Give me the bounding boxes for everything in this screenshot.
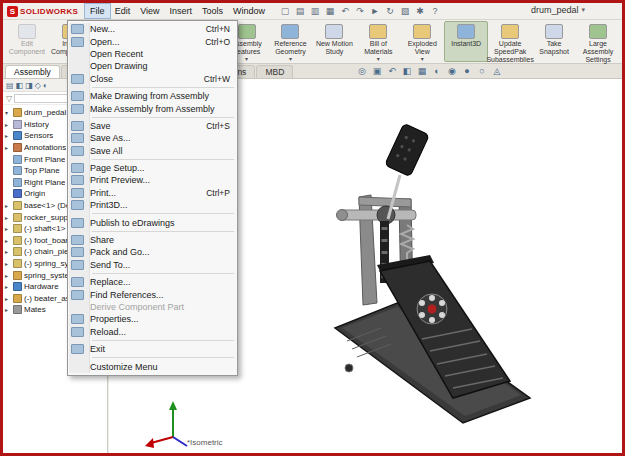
file-menu-item-publish-to-edrawings[interactable]: Publish to eDrawings (69, 216, 236, 228)
file-menu-item-reload[interactable]: Reload... (69, 326, 236, 338)
expand-arrow-icon[interactable]: ▸ (5, 202, 13, 209)
chevron-down-icon: ▾ (421, 56, 424, 62)
display-style-icon[interactable]: ◐ (430, 65, 444, 78)
expand-arrow-icon[interactable]: ▸ (5, 248, 13, 255)
expand-arrow-icon[interactable]: ▸ (5, 225, 13, 232)
expand-arrow-icon[interactable]: ▾ (5, 109, 13, 116)
expand-arrow-icon[interactable]: ▸ (5, 306, 13, 313)
undo-icon[interactable]: ↶ (338, 5, 352, 18)
ribbon-button-bill-of-materials[interactable]: Bill of Materials ▾ (356, 21, 400, 62)
help-icon[interactable]: ? (428, 5, 442, 18)
file-menu-item-find-references[interactable]: Find References... (69, 288, 236, 300)
menu-item-icon (71, 362, 84, 372)
file-properties-icon[interactable]: ▧ (398, 5, 412, 18)
ribbon-button-instant3d[interactable]: Instant3D (444, 21, 488, 62)
pack-and-go-icon (71, 247, 84, 257)
file-menu-item-print-preview[interactable]: Print Preview... (69, 174, 236, 186)
exit-icon (71, 344, 84, 354)
solidworks-window: S SOLIDWORKS FileEditViewInsertToolsWind… (0, 0, 625, 456)
command-icon (457, 24, 475, 39)
expand-arrow-icon[interactable]: ▸ (5, 144, 13, 151)
file-menu-item-share[interactable]: Share (69, 234, 236, 246)
chevron-down-icon[interactable]: ▾ (582, 6, 586, 14)
file-menu-item-pack-and-go[interactable]: Pack and Go... (69, 246, 236, 258)
expand-arrow-icon[interactable]: ▸ (5, 237, 13, 244)
ribbon-button-new-motion-study[interactable]: New Motion Study (312, 21, 356, 62)
section-view-icon[interactable]: ◧ (400, 65, 414, 78)
menubar-item-tools[interactable]: Tools (197, 4, 228, 18)
file-menu-item-open-recent[interactable]: Open Recent (69, 48, 236, 60)
file-menu-item-save-as[interactable]: Save As... (69, 132, 236, 144)
redo-icon[interactable]: ↷ (353, 5, 367, 18)
file-menu-item-derive-component-part[interactable]: Derive Component Part (69, 301, 236, 313)
file-menu-item-replace[interactable]: Replace... (69, 276, 236, 288)
file-menu-item-exit[interactable]: Exit (69, 343, 236, 355)
expand-arrow-icon[interactable]: ▸ (5, 132, 13, 139)
menu-separator (92, 117, 234, 118)
document-title-text: drum_pedal (531, 5, 579, 15)
menubar-item-view[interactable]: View (135, 4, 164, 18)
edit-appearance-icon[interactable]: ● (460, 65, 474, 78)
display-manager-icon[interactable]: ◐ (43, 80, 48, 91)
expand-arrow-icon[interactable]: ▸ (5, 260, 13, 267)
expand-arrow-icon[interactable]: ▸ (5, 283, 13, 290)
file-menu-item-print[interactable]: Print... Ctrl+P (69, 187, 236, 199)
file-menu-item-make-assembly-from-assembly[interactable]: Make Assembly from Assembly (69, 102, 236, 114)
file-menu-item-make-drawing-from-assembly[interactable]: Make Drawing from Assembly (69, 90, 236, 102)
hide-show-items-icon[interactable]: ◉ (445, 65, 459, 78)
view-orientation-icon[interactable]: ▦ (415, 65, 429, 78)
ribbon-button-exploded-view[interactable]: Exploded View ▾ (400, 21, 444, 62)
ribbon-button-take-snapshot[interactable]: Take Snapshot (532, 21, 576, 62)
ribbon-button-large-assembly-settings[interactable]: Large Assembly Settings ▾ (576, 21, 620, 62)
options-gear-icon[interactable]: ✱ (413, 5, 427, 18)
file-menu-item-close[interactable]: Close Ctrl+W (69, 73, 236, 85)
send-to-icon (71, 260, 84, 270)
file-menu-item-properties[interactable]: Properties... (69, 313, 236, 325)
print-icon[interactable]: ▦ (323, 5, 337, 18)
menubar-item-window[interactable]: Window (228, 4, 270, 18)
ribbon-button-reference-geometry[interactable]: Reference Geometry ▾ (269, 21, 313, 62)
zoom-area-icon[interactable]: ▣ (370, 65, 384, 78)
file-menu-item-save[interactable]: Save Ctrl+S (69, 120, 236, 132)
zoom-fit-icon[interactable]: ◎ (355, 65, 369, 78)
menubar-item-file[interactable]: File (85, 4, 110, 18)
file-menu-item-page-setup[interactable]: Page Setup... (69, 162, 236, 174)
ribbon-button-edit-component[interactable]: Edit Component (5, 21, 49, 62)
configuration-manager-icon[interactable]: ◨ (25, 80, 33, 91)
command-tab-mbd[interactable]: MBD (256, 65, 293, 78)
menubar-item-edit[interactable]: Edit (110, 4, 136, 18)
file-menu-item-open-drawing[interactable]: Open Drawing (69, 60, 236, 72)
file-menu-item-new[interactable]: New... Ctrl+N (69, 23, 236, 35)
rebuild-icon[interactable]: ↻ (383, 5, 397, 18)
file-menu-item-print3d[interactable]: Print3D... (69, 199, 236, 211)
expand-arrow-icon[interactable]: ▸ (5, 295, 13, 302)
previous-view-icon[interactable]: ↶ (385, 65, 399, 78)
save-icon[interactable]: ▥ (308, 5, 322, 18)
command-tab-assembly[interactable]: Assembly (5, 65, 60, 78)
menubar-item-insert[interactable]: Insert (165, 4, 198, 18)
select-arrow-icon[interactable]: ► (368, 5, 382, 18)
part-icon (13, 201, 22, 210)
feature-manager-tree-icon[interactable]: ▤ (6, 80, 14, 91)
chevron-down-icon: ▾ (377, 56, 380, 62)
dimxpert-manager-icon[interactable]: ◇ (35, 80, 41, 91)
file-menu-item-open[interactable]: Open... Ctrl+O (69, 35, 236, 47)
view-settings-icon[interactable]: ◬ (490, 65, 504, 78)
file-menu-item-send-to[interactable]: Send To... (69, 259, 236, 271)
apply-scene-icon[interactable]: ○ (475, 65, 489, 78)
file-menu-item-customize-menu[interactable]: Customize Menu (69, 360, 236, 372)
replace-icon (71, 277, 84, 287)
property-manager-icon[interactable]: ◧ (16, 80, 24, 91)
file-menu-item-save-all[interactable]: Save All (69, 145, 236, 157)
ribbon-button-update-speedpak-subassemblies[interactable]: Update SpeedPak Subassemblies (488, 21, 532, 62)
menu-separator (92, 340, 234, 341)
quick-access-toolbar: ▢▤▥▦↶↷►↻▧✱? (278, 5, 442, 18)
new-document-icon[interactable]: ▢ (278, 5, 292, 18)
open-folder-icon[interactable]: ▤ (293, 5, 307, 18)
save-icon (71, 121, 84, 131)
subassembly-icon (13, 271, 22, 280)
expand-arrow-icon[interactable]: ▸ (5, 214, 13, 221)
menu-separator (92, 273, 234, 274)
expand-arrow-icon[interactable]: ▸ (5, 121, 13, 128)
expand-arrow-icon[interactable]: ▸ (5, 272, 13, 279)
